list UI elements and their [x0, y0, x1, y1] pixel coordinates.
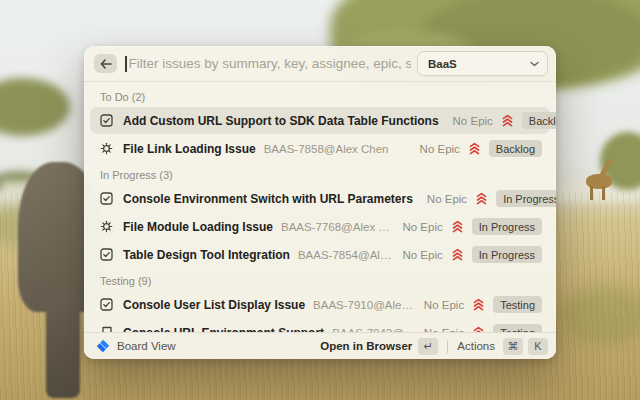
issue-epic: No Epic — [424, 299, 464, 311]
issue-key-assignee: BAAS-7854@Alex Chen — [298, 249, 397, 261]
open-in-browser-action[interactable]: Open in Browser ↵ — [320, 338, 438, 355]
section-header: In Progress (3) — [100, 169, 550, 181]
back-arrow-icon — [100, 59, 112, 69]
priority-highest-icon — [469, 142, 480, 155]
bug-type-icon — [99, 219, 114, 234]
actions-label: Actions — [457, 340, 495, 352]
issue-epic: No Epic — [402, 221, 442, 233]
issue-row[interactable]: File Link Loading Issue BAAS-7858@Alex C… — [90, 135, 550, 162]
open-in-browser-label: Open in Browser — [320, 340, 412, 352]
launcher-window: BaaS To Do (2) Ad — [84, 46, 556, 359]
section-rows: Add Custom URL Support to SDK Data Table… — [90, 107, 550, 162]
jira-logo-icon — [96, 339, 110, 353]
section-header: To Do (2) — [100, 91, 550, 103]
issue-title: Table Design Tool Integration — [123, 248, 290, 262]
issue-title: Console Environment Switch with URL Para… — [123, 192, 413, 206]
grass-patch — [560, 285, 640, 345]
issue-list: To Do (2) Add Custom URL Support to SDK … — [84, 82, 556, 332]
task-type-icon — [99, 113, 114, 128]
issue-title: File Module Loading Issue — [123, 220, 273, 234]
status-badge: In Progress — [472, 246, 542, 263]
issue-row[interactable]: Console URL Environment Support BAAS-704… — [90, 319, 550, 332]
status-badge: Backlog — [522, 112, 556, 129]
issue-row[interactable]: Table Design Tool Integration BAAS-7854@… — [90, 241, 550, 268]
task-type-icon — [99, 297, 114, 312]
issue-epic: No Epic — [420, 143, 460, 155]
status-badge: Testing — [493, 296, 542, 313]
issue-epic: No Epic — [402, 249, 442, 261]
priority-highest-icon — [452, 220, 463, 233]
issue-title: File Link Loading Issue — [123, 142, 256, 156]
issue-key-assignee: BAAS-7768@Alex Chen — [281, 221, 396, 233]
section-rows: Console Environment Switch with URL Para… — [90, 185, 550, 268]
elephant-leg — [46, 290, 80, 398]
priority-highest-icon — [452, 248, 463, 261]
status-badge: Backlog — [489, 140, 542, 157]
priority-highest-icon — [473, 298, 484, 311]
footer-divider — [447, 340, 448, 353]
back-button[interactable] — [94, 54, 117, 73]
section-rows: Console User List Display Issue BAAS-791… — [90, 291, 550, 332]
issue-key-assignee: BAAS-7858@Alex Chen — [264, 143, 389, 155]
enter-keycap: ↵ — [418, 338, 438, 355]
issue-row[interactable]: File Module Loading Issue BAAS-7768@Alex… — [90, 213, 550, 240]
status-badge: In Progress — [496, 190, 556, 207]
search-input[interactable] — [127, 56, 418, 71]
cmd-keycap: ⌘ — [503, 338, 523, 355]
issue-title: Console User List Display Issue — [123, 298, 305, 312]
project-dropdown-value: BaaS — [428, 58, 530, 70]
issue-section: To Do (2) Add Custom URL Support to SDK … — [90, 91, 550, 162]
task-type-icon — [99, 191, 114, 206]
status-badge: Testing — [493, 324, 542, 332]
actions-menu-trigger[interactable]: Actions ⌘ K — [457, 338, 548, 355]
task-type-icon — [99, 247, 114, 262]
issue-title: Add Custom URL Support to SDK Data Table… — [123, 114, 439, 128]
source-label: Board View — [117, 340, 176, 352]
issue-epic: No Epic — [453, 115, 493, 127]
k-keycap: K — [528, 338, 548, 355]
section-header: Testing (9) — [100, 275, 550, 287]
issue-row[interactable]: Add Custom URL Support to SDK Data Table… — [90, 107, 550, 134]
project-dropdown[interactable]: BaaS — [417, 51, 548, 76]
chevron-down-icon — [530, 61, 539, 67]
issue-section: In Progress (3) Console Environment Swit… — [90, 169, 550, 268]
priority-highest-icon — [476, 192, 487, 205]
story-type-icon — [99, 325, 114, 332]
issue-epic: No Epic — [427, 193, 467, 205]
tree-left — [0, 78, 70, 136]
bug-type-icon — [99, 141, 114, 156]
issue-key-assignee: BAAS-7910@Alex Chen — [313, 299, 418, 311]
footer-bar: Board View Open in Browser ↵ Actions ⌘ K — [84, 332, 556, 359]
status-badge: In Progress — [472, 218, 542, 235]
issue-row[interactable]: Console User List Display Issue BAAS-791… — [90, 291, 550, 318]
issue-section: Testing (9) Console User List Display Is… — [90, 275, 550, 332]
priority-highest-icon — [502, 114, 513, 127]
issue-row[interactable]: Console Environment Switch with URL Para… — [90, 185, 550, 212]
search-bar: BaaS — [84, 46, 556, 82]
